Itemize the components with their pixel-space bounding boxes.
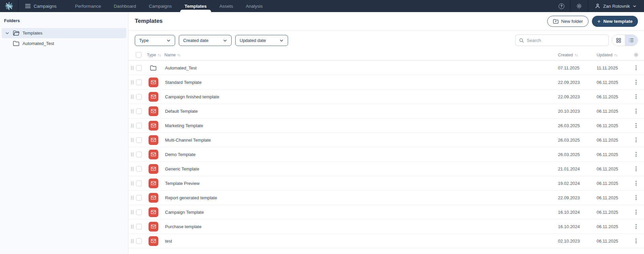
sort-created-icon[interactable]: ↑↓ <box>574 53 578 57</box>
folder-plus-icon <box>553 19 559 24</box>
nav-item-analysis[interactable]: Analysis <box>239 0 269 12</box>
row-checkbox[interactable] <box>136 108 142 114</box>
row-name[interactable]: Campaign Template <box>164 210 558 215</box>
drag-handle-icon[interactable] <box>130 152 134 157</box>
sidebar-folder-templates[interactable]: Templates <box>2 28 126 38</box>
table-settings-button[interactable] <box>631 52 641 57</box>
app-logo[interactable] <box>0 0 18 12</box>
kebab-menu-icon[interactable] <box>631 94 641 99</box>
drag-handle-icon[interactable] <box>130 80 134 85</box>
nav-item-campaigns[interactable]: Campaigns <box>143 0 178 12</box>
sort-updated-icon[interactable]: ↑↓ <box>614 53 617 57</box>
filter-dropdown-updated-date[interactable]: Updated date <box>235 35 288 46</box>
kebab-menu-icon[interactable] <box>631 152 641 157</box>
table-row[interactable]: Report generated template 22.09.2023 06.… <box>128 191 644 205</box>
kebab-menu-icon[interactable] <box>631 210 641 214</box>
row-name[interactable]: Template Preview <box>164 181 558 186</box>
grid-view-button[interactable] <box>612 35 625 46</box>
table-row[interactable]: Purchase template 16.10.2024 06.11.2025 <box>128 219 644 234</box>
table-row[interactable]: Marketing Template 26.03.2025 06.11.2025 <box>128 118 644 133</box>
row-checkbox[interactable] <box>136 195 142 201</box>
kebab-menu-icon[interactable] <box>631 80 641 85</box>
list-view-button[interactable] <box>625 35 638 46</box>
row-checkbox[interactable] <box>136 238 142 244</box>
row-checkbox[interactable] <box>136 65 142 71</box>
drag-handle-icon[interactable] <box>130 66 134 70</box>
kebab-menu-icon[interactable] <box>631 224 641 229</box>
new-template-button[interactable]: + New template <box>592 16 638 27</box>
row-checkbox[interactable] <box>136 209 142 215</box>
drag-handle-icon[interactable] <box>130 167 134 171</box>
row-checkbox[interactable] <box>136 152 142 157</box>
table-row[interactable]: Campaign finished template 22.09.2023 06… <box>128 90 644 104</box>
nav-item-templates[interactable]: Templates <box>178 0 213 12</box>
row-name[interactable]: Generic Template <box>164 166 558 171</box>
kebab-menu-icon[interactable] <box>631 123 641 128</box>
drag-handle-icon[interactable] <box>130 138 134 142</box>
folders-sidebar: Folders TemplatesAutomated_Test <box>0 12 128 254</box>
row-checkbox[interactable] <box>136 166 142 172</box>
new-folder-button[interactable]: New folder <box>547 16 589 27</box>
nav-item-dashboard[interactable]: Dashboard <box>108 0 143 12</box>
drag-handle-icon[interactable] <box>130 181 134 186</box>
kebab-menu-icon[interactable] <box>631 109 641 113</box>
filter-dropdown-type[interactable]: Type <box>135 35 175 46</box>
kebab-menu-icon[interactable] <box>631 195 641 200</box>
table-row[interactable]: Standard Template 22.09.2023 06.11.2025 <box>128 75 644 90</box>
table-row[interactable]: test 02.10.2023 06.11.2025 <box>128 234 644 248</box>
row-name[interactable]: Campaign finished template <box>164 94 558 99</box>
select-all-checkbox[interactable] <box>136 52 142 58</box>
search-input[interactable] <box>527 38 605 43</box>
table-header: Type ↑↓ Name ↑↓ Created ↑↓ Updated ↑↓ <box>128 49 644 61</box>
kebab-menu-icon[interactable] <box>631 166 641 171</box>
row-name[interactable]: Multi-Channel Template <box>164 138 558 143</box>
kebab-menu-icon[interactable] <box>631 239 641 243</box>
row-name[interactable]: Standard Template <box>164 80 558 85</box>
kebab-menu-icon[interactable] <box>631 181 641 186</box>
row-checkbox[interactable] <box>136 123 142 129</box>
sort-type-icon[interactable]: ↑↓ <box>158 53 161 57</box>
drag-handle-icon[interactable] <box>130 239 134 243</box>
table-row[interactable]: Campaign Template 16.10.2024 06.11.2025 <box>128 205 644 219</box>
table-row[interactable]: Default Template 20.10.2023 06.11.2025 <box>128 104 644 118</box>
campaigns-menu-toggle[interactable]: Campaigns <box>18 0 61 12</box>
row-name[interactable]: Marketing Template <box>164 123 558 128</box>
row-checkbox[interactable] <box>136 224 142 230</box>
row-checkbox[interactable] <box>136 137 142 143</box>
row-name[interactable]: Automated_Test <box>164 65 558 70</box>
table-row[interactable]: Generic Template 21.01.2024 06.11.2025 <box>128 162 644 176</box>
row-name[interactable]: Default Template <box>164 109 558 114</box>
kebab-menu-icon[interactable] <box>631 65 641 70</box>
row-name[interactable]: test <box>164 239 558 244</box>
help-button[interactable]: ? <box>553 0 570 12</box>
row-checkbox[interactable] <box>136 181 142 186</box>
settings-button[interactable] <box>570 0 588 12</box>
drag-handle-icon[interactable] <box>130 109 134 113</box>
drag-handle-icon[interactable] <box>130 196 134 200</box>
table-row[interactable]: Automated_Test 07.11.2025 11.11.2025 <box>128 61 644 75</box>
row-name[interactable]: Report generated template <box>164 195 558 200</box>
row-name[interactable]: Purchase template <box>164 224 558 229</box>
row-checkbox[interactable] <box>136 94 142 100</box>
row-name[interactable]: Demo Template <box>164 152 558 157</box>
drag-handle-icon[interactable] <box>130 210 134 214</box>
drag-handle-icon[interactable] <box>130 123 134 128</box>
chevron-down-icon[interactable] <box>5 31 10 35</box>
user-menu[interactable]: Zan Rotovnik <box>588 0 644 12</box>
nav-item-performance[interactable]: Performance <box>69 0 107 12</box>
kebab-menu-icon[interactable] <box>631 138 641 142</box>
search-box[interactable] <box>515 35 609 46</box>
drag-handle-icon[interactable] <box>130 224 134 229</box>
gear-icon <box>576 3 582 9</box>
sort-name-icon[interactable]: ↑↓ <box>177 53 180 57</box>
drag-handle-icon[interactable] <box>130 95 134 99</box>
row-created-date: 16.10.2024 <box>558 224 597 229</box>
nav-item-assets[interactable]: Assets <box>213 0 240 12</box>
table-row[interactable]: Multi-Channel Template 26.03.2025 06.11.… <box>128 133 644 147</box>
filter-dropdown-created-date[interactable]: Created date <box>179 35 232 46</box>
filter-label: Type <box>139 38 149 43</box>
sidebar-folder-automated-test[interactable]: Automated_Test <box>2 38 126 49</box>
table-row[interactable]: Template Preview 19.02.2024 06.11.2025 <box>128 176 644 191</box>
row-checkbox[interactable] <box>136 80 142 85</box>
table-row[interactable]: Demo Template 26.03.2025 06.11.2025 <box>128 147 644 162</box>
